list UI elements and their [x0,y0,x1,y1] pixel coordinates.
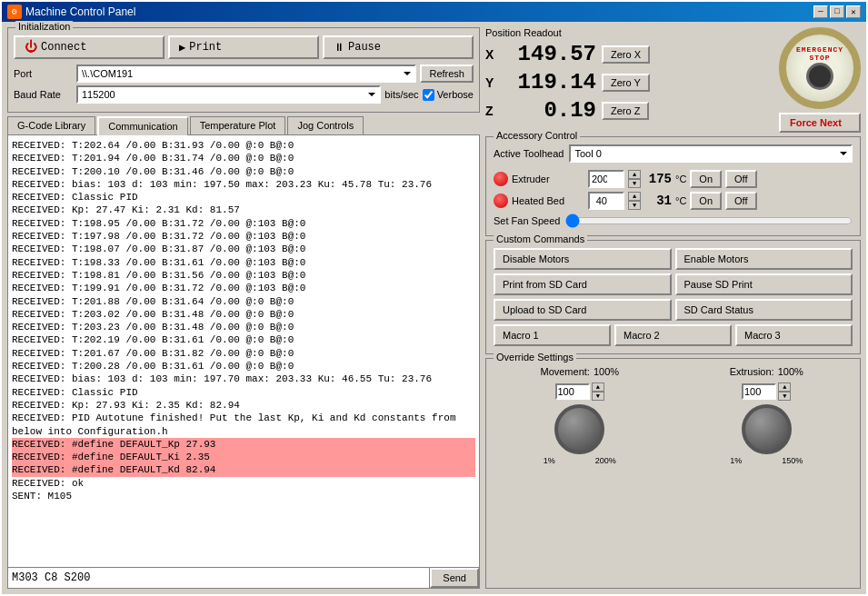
extruder-spin-up[interactable]: ▲ [628,170,641,179]
extrusion-spin-down[interactable]: ▼ [778,392,791,401]
title-bar: ⚙ Machine Control Panel ─ □ ✕ [2,2,866,22]
console-line: RECEIVED: T:199.91 /0.00 B:31.72 /0.00 @… [12,282,475,294]
movement-spin-up[interactable]: ▲ [592,382,604,392]
print-button[interactable]: ▶ Print [168,35,319,59]
close-button[interactable]: ✕ [846,5,861,18]
emergency-stop-text: EMERGENCY STOP [796,46,843,63]
upload-to-sd-button[interactable]: Upload to SD Card [494,299,672,321]
z-value: 0.19 [505,98,596,123]
fan-speed-row: Set Fan Speed [494,214,853,228]
position-y-row: Y 119.14 Zero Y [485,70,773,94]
refresh-button[interactable]: Refresh [420,65,474,83]
right-panel: Position Readout X 149.57 Zero X Y 119.1… [485,27,861,589]
pause-button[interactable]: ⏸ Pause [323,35,474,59]
tab-communication[interactable]: Communication [97,116,187,135]
heated-bed-label: Heated Bed [512,195,584,206]
console-line: RECEIVED: T:198.07 /0.00 B:31.87 /0.00 @… [12,243,475,255]
force-next-button[interactable]: Force Next [779,113,861,133]
macro-1-button[interactable]: Macro 1 [494,324,611,346]
tab-content-communication: RECEIVED: T:202.64 /0.00 B:31.93 /0.00 @… [7,134,480,589]
tab-jog-controls[interactable]: Jog Controls [287,116,364,134]
heated-bed-set-input[interactable] [588,192,624,210]
console-line: RECEIVED: T:198.81 /0.00 B:31.56 /0.00 @… [12,269,475,282]
movement-knob[interactable] [554,404,604,454]
movement-range-labels: 1% 200% [544,456,616,465]
x-value: 149.57 [505,42,596,66]
console-line: RECEIVED: T:203.23 /0.00 B:31.48 /0.00 @… [12,321,475,333]
print-from-sd-button[interactable]: Print from SD Card [494,273,672,295]
extruder-on-button[interactable]: On [690,170,722,188]
movement-spin-row: ▲ ▼ [555,382,604,401]
console-line: RECEIVED: #define DEFAULT_Kp 27.93 [12,438,475,451]
position-emergency-section: Position Readout X 149.57 Zero X Y 119.1… [485,27,861,133]
baud-label: Baud Rate [14,89,73,100]
movement-value: 100% [594,366,619,377]
extrusion-label: Extrusion: [730,366,774,377]
console-line: RECEIVED: T:200.10 /0.00 B:31.46 /0.00 @… [12,165,475,178]
extruder-set-input[interactable] [588,170,624,188]
tab-bar: G-Code Library Communication Temperature… [7,116,480,134]
extruder-label: Extruder [512,174,584,184]
macro-2-button[interactable]: Macro 2 [614,324,732,346]
zero-x-button[interactable]: Zero X [602,45,650,64]
console-line: RECEIVED: T:201.67 /0.00 B:31.82 /0.00 @… [12,347,475,360]
heated-bed-on-button[interactable]: On [690,192,722,210]
connect-button[interactable]: ⏻ Connect [14,35,165,59]
main-content: Initialization ⏻ Connect ▶ Print ⏸ Pause [2,22,866,594]
emergency-stop-circle [806,63,833,90]
y-value: 119.14 [505,70,596,94]
fan-speed-label: Set Fan Speed [494,215,560,226]
extruder-indicator [494,172,508,186]
movement-spinners: ▲ ▼ [592,382,604,401]
position-x-row: X 149.57 Zero X [485,42,773,66]
minimize-button[interactable]: ─ [813,5,828,18]
sd-card-status-button[interactable]: SD Card Status [675,299,853,321]
zero-y-button[interactable]: Zero Y [602,74,650,92]
active-toolhead-row: Active Toolhead Tool 0 [494,144,853,163]
z-label: Z [485,104,500,118]
enable-motors-button[interactable]: Enable Motors [675,248,853,270]
tab-temperature-plot[interactable]: Temperature Plot [190,116,286,134]
port-label: Port [14,68,73,79]
extrusion-value: 100% [778,366,803,377]
movement-label: Movement: [540,366,589,377]
main-buttons-row: ⏻ Connect ▶ Print ⏸ Pause [14,35,474,59]
extrusion-knob[interactable] [742,404,792,454]
extrusion-input[interactable] [742,383,776,400]
console-line: RECEIVED: T:201.88 /0.00 B:31.64 /0.00 @… [12,295,475,308]
movement-spin-down[interactable]: ▼ [592,392,604,401]
baud-dropdown[interactable]: 115200 [76,85,381,104]
console-line: RECEIVED: T:201.94 /0.00 B:31.74 /0.00 @… [12,152,475,164]
console-line: RECEIVED: Kp: 27.93 Ki: 2.35 Kd: 82.94 [12,399,475,412]
accessory-label: Accessory Control [494,130,580,141]
x-label: X [485,47,500,62]
command-input[interactable] [8,568,430,588]
extrusion-range-labels: 1% 150% [730,456,803,465]
movement-input[interactable] [555,383,590,400]
zero-z-button[interactable]: Zero Z [602,102,649,120]
heated-bed-off-button[interactable]: Off [725,192,756,210]
window-controls: ─ □ ✕ [813,5,861,18]
pause-sd-print-button[interactable]: Pause SD Print [675,273,853,295]
verbose-checkbox[interactable] [423,89,434,101]
disable-motors-button[interactable]: Disable Motors [494,248,672,270]
verbose-checkbox-label[interactable]: Verbose [423,89,474,101]
maximize-button[interactable]: □ [830,5,844,18]
movement-override-col: Movement: 100% ▲ ▼ 1% [494,366,666,465]
left-panel: Initialization ⏻ Connect ▶ Print ⏸ Pause [7,27,480,589]
macro-3-button[interactable]: Macro 3 [735,324,853,346]
extrusion-spin-up[interactable]: ▲ [778,382,791,392]
port-dropdown[interactable]: \\.\COM191 [76,65,416,83]
send-button[interactable]: Send [430,568,479,588]
emergency-stop-button[interactable]: EMERGENCY STOP [779,27,861,109]
main-window: ⚙ Machine Control Panel ─ □ ✕ Initializa… [0,0,868,596]
toolhead-dropdown[interactable]: Tool 0 [569,144,853,163]
heated-bed-spin-up[interactable]: ▲ [628,192,641,201]
console-line: RECEIVED: Classic PID [12,191,475,204]
heated-bed-spin-down[interactable]: ▼ [628,201,641,210]
tab-gcode-library[interactable]: G-Code Library [7,116,95,134]
extruder-off-button[interactable]: Off [725,170,756,188]
fan-speed-slider[interactable] [565,214,853,228]
custom-commands-label: Custom Commands [494,233,587,244]
extruder-spin-down[interactable]: ▼ [628,179,641,188]
